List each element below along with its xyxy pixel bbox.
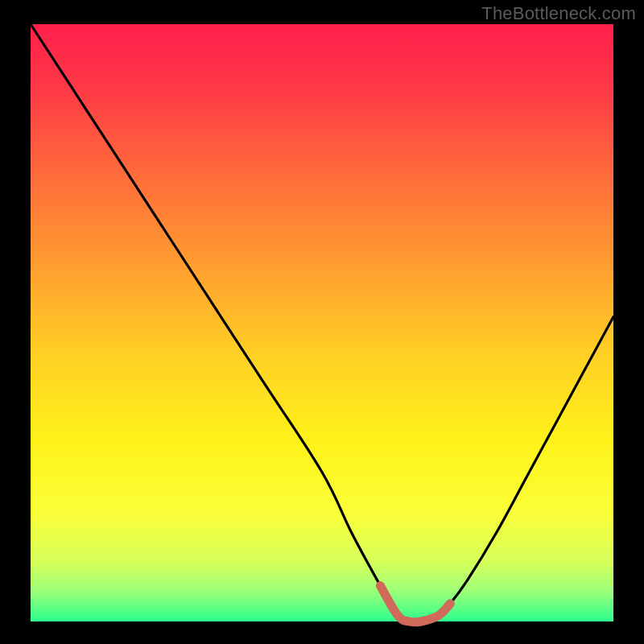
watermark-text: TheBottleneck.com bbox=[481, 3, 636, 24]
chart-container: TheBottleneck.com bbox=[0, 0, 644, 644]
plot-background bbox=[31, 24, 613, 621]
bottleneck-chart bbox=[0, 0, 644, 644]
